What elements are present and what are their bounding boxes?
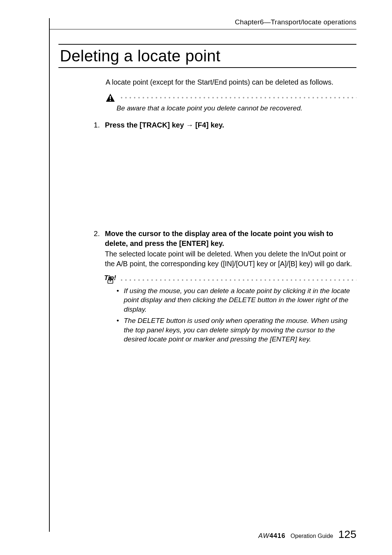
step-number: 2.	[91, 229, 100, 269]
product-model: 4416	[269, 532, 285, 539]
step-body: Move the cursor to the display area of t…	[105, 229, 356, 269]
step-1: 1. Press the [TRACK] key → [F4] key.	[91, 120, 356, 130]
page-number: 125	[338, 528, 356, 540]
tip-item: The DELETE button is used only when oper…	[117, 316, 356, 344]
intro-text: A locate point (except for the Start/End…	[106, 77, 356, 87]
left-margin-rule	[49, 18, 50, 532]
step-subtext: The selected locate point will be delete…	[105, 249, 356, 269]
tip-label: Tip!	[104, 274, 116, 282]
step-2: 2. Move the cursor to the display area o…	[91, 229, 356, 269]
step-number: 1.	[91, 120, 100, 130]
warning-callout: Be aware that a locate point you delete …	[106, 93, 356, 113]
body-column: A locate point (except for the Start/End…	[106, 77, 356, 344]
svg-rect-0	[110, 96, 111, 99]
warning-header	[106, 93, 356, 102]
figure-placeholder-gap	[106, 134, 356, 224]
dot-leader	[119, 97, 356, 99]
product-prefix: AW	[258, 532, 270, 539]
page: Chapter6—Transport/locate operations Del…	[0, 0, 392, 555]
step-instruction: Press the [TRACK] key → [F4] key.	[105, 121, 224, 129]
chapter-header: Chapter6—Transport/locate operations	[49, 18, 356, 29]
content-area: Deleting a locate point A locate point (…	[58, 44, 356, 344]
product-name: AW4416	[258, 532, 286, 540]
warning-text: Be aware that a locate point you delete …	[117, 104, 356, 113]
tip-item: If using the mouse, you can delete a loc…	[117, 286, 356, 314]
guide-label: Operation Guide	[291, 533, 333, 539]
step-instruction: Move the cursor to the display area of t…	[105, 230, 333, 247]
section-title-block: Deleting a locate point	[58, 44, 356, 68]
tip-list: If using the mouse, you can delete a loc…	[117, 286, 356, 344]
section-title: Deleting a locate point	[58, 47, 356, 65]
tip-header: Tip!	[106, 275, 356, 285]
step-body: Press the [TRACK] key → [F4] key.	[105, 120, 356, 130]
warning-icon	[106, 93, 115, 102]
svg-rect-1	[110, 100, 111, 101]
dot-leader	[119, 279, 356, 281]
page-footer: AW4416 Operation Guide 125	[258, 528, 356, 540]
tip-callout: Tip! If using the mouse, you can delete …	[106, 275, 356, 344]
